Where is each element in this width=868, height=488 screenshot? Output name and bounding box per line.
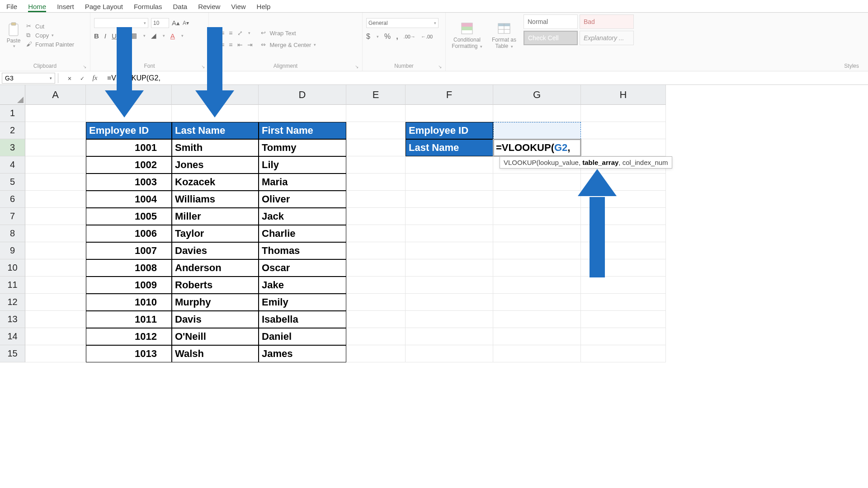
row-header-5[interactable]: 5 [0,174,25,191]
wrap-text-button[interactable]: ↩Wrap Text [261,29,316,37]
cell-B11[interactable]: 1009 [86,277,172,294]
cell-B5[interactable]: 1003 [86,174,172,191]
cell-G6[interactable] [493,191,581,208]
col-header-f[interactable]: F [406,85,493,105]
cell-D3[interactable]: Tommy [259,139,346,156]
cell-E3[interactable] [346,139,406,156]
cell-D2[interactable]: First Name [259,122,346,139]
cell-A9[interactable] [25,242,86,259]
row-header-8[interactable]: 8 [0,225,25,242]
cell-B6[interactable]: 1004 [86,191,172,208]
font-name-combo[interactable]: ▾ [94,18,148,28]
cell-E4[interactable] [346,156,406,174]
cell-B7[interactable]: 1005 [86,208,172,225]
cell-A15[interactable] [25,345,86,362]
cell-E7[interactable] [346,208,406,225]
row-header-6[interactable]: 6 [0,191,25,208]
cell-C13[interactable]: Davis [172,311,259,328]
cancel-formula-button[interactable]: ✕ [66,75,74,82]
cell-E12[interactable] [346,294,406,311]
cell-E6[interactable] [346,191,406,208]
cell-D4[interactable]: Lily [259,156,346,174]
cell-A7[interactable] [25,208,86,225]
cell-C11[interactable]: Roberts [172,277,259,294]
style-explanatory[interactable]: Explanatory ... [580,31,634,45]
dialog-launcher-icon[interactable]: ↘ [355,64,359,69]
cell-F15[interactable] [406,345,493,362]
cell-H14[interactable] [581,328,666,345]
cell-A3[interactable] [25,139,86,156]
cell-F11[interactable] [406,277,493,294]
dialog-launcher-icon[interactable]: ↘ [83,64,86,69]
cell-G8[interactable] [493,225,581,242]
tab-review[interactable]: Review [198,3,220,12]
cell-A11[interactable] [25,277,86,294]
tab-data[interactable]: Data [173,3,187,12]
cell-G14[interactable] [493,328,581,345]
cell-C2[interactable]: Last Name [172,122,259,139]
cell-H3[interactable] [581,139,666,156]
cell-C15[interactable]: Walsh [172,345,259,362]
cell-A14[interactable] [25,328,86,345]
row-header-11[interactable]: 11 [0,277,25,294]
style-normal[interactable]: Normal [524,14,578,29]
cell-A8[interactable] [25,225,86,242]
merge-center-button[interactable]: ⇔Merge & Center▾ [261,41,316,48]
decrease-font-icon[interactable]: A▾ [183,20,189,26]
cell-E1[interactable] [346,105,406,122]
cell-F12[interactable] [406,294,493,311]
cell-F8[interactable] [406,225,493,242]
cell-F10[interactable] [406,259,493,277]
row-header-9[interactable]: 9 [0,242,25,259]
cell-C14[interactable]: O'Neill [172,328,259,345]
tab-page-layout[interactable]: Page Layout [85,3,123,12]
cell-F13[interactable] [406,311,493,328]
col-header-g[interactable]: G [493,85,581,105]
tab-file[interactable]: File [6,3,17,12]
cell-D7[interactable]: Jack [259,208,346,225]
cell-C8[interactable]: Taylor [172,225,259,242]
cell-B4[interactable]: 1002 [86,156,172,174]
tab-formulas[interactable]: Formulas [134,3,162,12]
cell-A6[interactable] [25,191,86,208]
cell-F5[interactable] [406,174,493,191]
cell-C6[interactable]: Williams [172,191,259,208]
cell-E13[interactable] [346,311,406,328]
cell-H15[interactable] [581,345,666,362]
col-header-h[interactable]: H [581,85,666,105]
increase-indent-icon[interactable]: ⇥ [247,41,253,48]
copy-button[interactable]: ⧉Copy▾ [26,32,74,39]
conditional-formatting-button[interactable]: Conditional Formatting ▾ [449,14,485,56]
cell-F2[interactable]: Employee ID [406,122,493,139]
decrease-decimal-icon[interactable]: ←.00 [421,34,433,39]
cell-E9[interactable] [346,242,406,259]
cell-E15[interactable] [346,345,406,362]
row-header-14[interactable]: 14 [0,328,25,345]
col-header-d[interactable]: D [259,85,346,105]
row-header-10[interactable]: 10 [0,259,25,277]
cell-B14[interactable]: 1012 [86,328,172,345]
cell-G13[interactable] [493,311,581,328]
cell-E14[interactable] [346,328,406,345]
decrease-indent-icon[interactable]: ⇤ [237,41,243,48]
cell-C7[interactable]: Miller [172,208,259,225]
cell-B15[interactable]: 1013 [86,345,172,362]
font-color-button[interactable]: A [170,32,175,40]
format-as-table-button[interactable]: Format as Table ▾ [488,14,520,56]
cell-D5[interactable]: Maria [259,174,346,191]
dialog-launcher-icon[interactable]: ↘ [438,64,442,69]
cell-D11[interactable]: Jake [259,277,346,294]
cell-F14[interactable] [406,328,493,345]
cell-F7[interactable] [406,208,493,225]
cell-E2[interactable] [346,122,406,139]
cell-D14[interactable]: Daniel [259,328,346,345]
cell-F9[interactable] [406,242,493,259]
cell-G3[interactable]: =VLOOKUP(G2,VLOOKUP(lookup_value, table_… [493,139,581,156]
col-header-e[interactable]: E [346,85,406,105]
col-header-a[interactable]: A [25,85,86,105]
cell-D8[interactable]: Charlie [259,225,346,242]
percent-format-icon[interactable]: % [384,33,391,41]
cell-H11[interactable] [581,277,666,294]
cell-E11[interactable] [346,277,406,294]
cell-B3[interactable]: 1001 [86,139,172,156]
